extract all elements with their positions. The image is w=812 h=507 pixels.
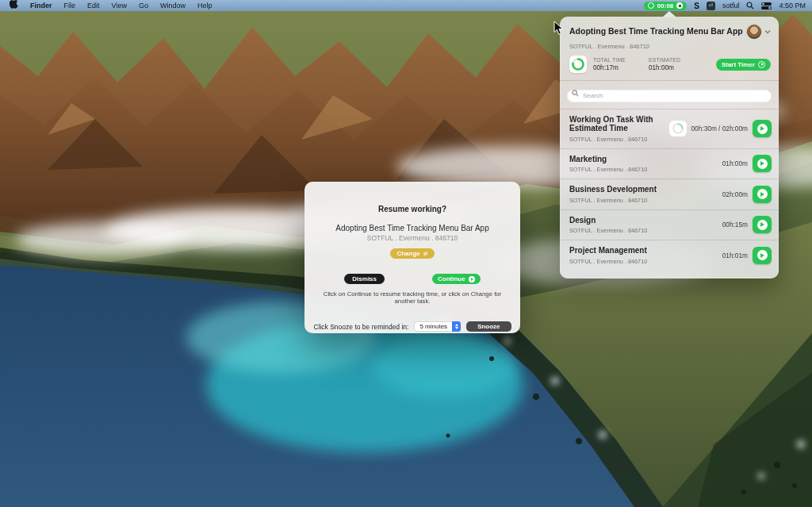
apple-menu[interactable]: [10, 0, 18, 11]
task-title: Design: [569, 216, 718, 225]
task-subtitle: SOTFUL . Evermenu . 846710: [569, 136, 665, 143]
dismiss-button[interactable]: Dismiss: [344, 274, 385, 284]
task-play-button[interactable]: [753, 186, 772, 203]
timer-value: 00:08: [657, 2, 673, 10]
task-time: 00h:15m: [722, 221, 748, 229]
menu-bar: Finder File Edit View Go Window Help 00:…: [0, 0, 812, 11]
timer-icon: [648, 2, 654, 9]
task-time: 02h:00m: [722, 190, 748, 198]
task-subtitle: SOTFUL . Evermenu . 846710: [569, 227, 718, 234]
task-play-button[interactable]: [753, 216, 772, 233]
menu-edit[interactable]: Edit: [87, 2, 100, 10]
menubar-app-name[interactable]: Finder: [30, 2, 52, 10]
start-timer-label: Start Timer: [722, 61, 755, 68]
search-input[interactable]: [567, 90, 772, 102]
task-subtitle: SOTFUL . Evermenu . 846710: [569, 258, 718, 265]
menubar-timer-pill[interactable]: 00:08: [644, 2, 687, 10]
resume-working-dialog: Resume working? Adopting Best Time Track…: [304, 182, 520, 333]
change-label: Change: [396, 250, 419, 257]
dialog-help-text: Click on Continue to resume tracking tim…: [304, 290, 520, 305]
task-time: 01h:00m: [722, 159, 748, 167]
menu-window[interactable]: Window: [160, 2, 186, 10]
task-subtitle: SOTFUL . Evermenu . 846710: [569, 166, 718, 173]
task-row[interactable]: Business Development SOTFUL . Evermenu .…: [560, 179, 779, 209]
stepper-icon: [452, 321, 461, 332]
estimated-value: 01h:00m: [649, 64, 698, 71]
task-row[interactable]: Design SOTFUL . Evermenu . 846710 00h:15…: [560, 210, 779, 240]
snooze-prompt: Click Snooze to be reminded in:: [313, 323, 408, 331]
task-row[interactable]: Project Management SOTFUL . Evermenu . 8…: [560, 240, 779, 271]
desktop: Finder File Edit View Go Window Help 00:…: [0, 0, 812, 507]
play-icon: [469, 276, 475, 282]
play-icon: [757, 189, 768, 199]
dialog-title: Resume working?: [304, 205, 520, 213]
progress-ring-icon: [569, 56, 587, 73]
task-title: Marketing: [569, 155, 718, 164]
change-icon: ⇄: [423, 251, 428, 257]
change-button[interactable]: Change ⇄: [390, 248, 434, 259]
play-icon: [757, 250, 768, 260]
task-row[interactable]: Marketing SOTFUL . Evermenu . 846710 01h…: [560, 149, 779, 179]
play-icon: [758, 61, 765, 68]
task-title: Business Development: [569, 185, 718, 194]
chevron-down-icon[interactable]: [764, 29, 771, 35]
task-title: Working On Task With Estimated Time: [569, 115, 665, 133]
start-timer-button[interactable]: Start Timer: [716, 59, 771, 71]
continue-button[interactable]: Continue: [432, 274, 481, 284]
task-title: Project Management: [569, 246, 718, 255]
menu-view[interactable]: View: [112, 2, 127, 10]
total-time-label: TOTAL TIME: [593, 57, 642, 63]
control-center-icon[interactable]: [761, 2, 772, 10]
stop-icon[interactable]: [676, 2, 683, 9]
mouse-cursor: [553, 21, 564, 36]
task-play-button[interactable]: [753, 155, 772, 172]
play-icon: [757, 159, 768, 169]
search-icon: [572, 90, 579, 97]
current-task-subtitle: SOTFUL . Evermenu . 846710: [569, 43, 771, 50]
menubar-clock[interactable]: 4:50 PM: [779, 2, 806, 10]
popover-arrow: [663, 11, 676, 17]
menu-help[interactable]: Help: [197, 2, 213, 10]
avatar[interactable]: [746, 24, 762, 40]
snooze-button[interactable]: Snooze: [466, 321, 511, 332]
s-logo-icon[interactable]: S: [694, 2, 699, 10]
total-time-value: 00h:17m: [593, 64, 642, 71]
task-time: 00h:30m / 02h:00m: [691, 125, 749, 133]
snooze-interval-select[interactable]: 5 minutes: [414, 321, 461, 332]
task-subtitle: SOTFUL . Evermenu . 846710: [569, 197, 718, 204]
continue-label: Continue: [438, 275, 465, 282]
menubar-user-label[interactable]: sotful: [722, 2, 740, 10]
menu-go[interactable]: Go: [139, 2, 148, 10]
apple-icon: [10, 0, 18, 10]
task-play-button[interactable]: [753, 247, 772, 264]
dialog-task-name: Adopting Best Time Tracking Menu Bar App: [304, 224, 520, 232]
snooze-interval-value: 5 minutes: [419, 323, 452, 330]
menubar-app-icon[interactable]: ⏎: [707, 2, 715, 10]
task-play-button[interactable]: [753, 120, 772, 137]
task-progress-ring-icon: [669, 121, 687, 136]
task-row[interactable]: Working On Task With Estimated Time SOTF…: [560, 109, 779, 148]
play-icon: [757, 220, 768, 230]
task-time: 01h:01m: [722, 252, 748, 259]
dialog-task-subtitle: SOTFUL . Evermenu . 846710: [304, 234, 520, 242]
current-task-title: Adopting Best Time Tracking Menu Bar App: [569, 24, 746, 36]
menu-file[interactable]: File: [64, 2, 76, 10]
estimated-label: ESTIMATED: [649, 57, 698, 63]
play-icon: [757, 124, 768, 134]
spotlight-search-icon[interactable]: [746, 2, 754, 10]
time-tracker-popover: Adopting Best Time Tracking Menu Bar App…: [560, 17, 779, 278]
